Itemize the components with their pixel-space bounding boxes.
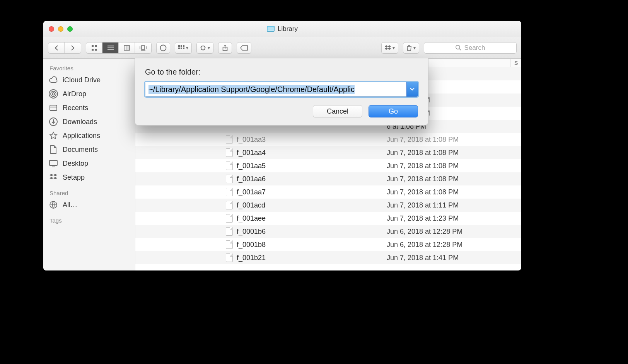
- path-input[interactable]: [145, 82, 406, 97]
- dropbox-menu-button[interactable]: ▾: [381, 42, 398, 54]
- sidebar-section-favorites: Favorites: [43, 63, 135, 73]
- list-view-button[interactable]: [102, 43, 119, 53]
- file-icon: [226, 227, 233, 236]
- svg-marker-38: [53, 174, 57, 176]
- table-row[interactable]: f_001aa7Jun 7, 2018 at 1:08 PM: [135, 185, 521, 199]
- column-size[interactable]: S: [510, 59, 521, 67]
- svg-marker-23: [385, 45, 388, 48]
- icon-view-button[interactable]: [86, 43, 102, 53]
- file-name: f_001acd: [237, 201, 265, 209]
- nav-buttons: [48, 42, 81, 54]
- sidebar-item-documents[interactable]: Documents: [43, 143, 135, 156]
- svg-point-27: [456, 45, 460, 49]
- sidebar-item-label: Documents: [63, 146, 98, 154]
- toolbar: ▾ ▾ ▾ ▾ Search: [43, 37, 521, 59]
- svg-marker-25: [385, 48, 388, 50]
- svg-rect-10: [142, 46, 145, 49]
- go-button[interactable]: Go: [369, 105, 418, 117]
- trash-menu-button[interactable]: ▾: [403, 42, 419, 54]
- sidebar-item-setapp[interactable]: Setapp: [43, 170, 135, 184]
- table-row[interactable]: f_001aa3Jun 7, 2018 at 1:08 PM: [135, 133, 521, 146]
- chevron-down-icon: ▾: [208, 45, 210, 51]
- table-row[interactable]: f_0001b6Jun 6, 2018 at 12:28 PM: [135, 225, 521, 238]
- file-name: f_0001b6: [237, 228, 266, 236]
- tags-button[interactable]: [237, 42, 251, 54]
- file-name: f_001aa4: [237, 149, 266, 157]
- go-to-folder-sheet: Go to the folder: Cancel Go: [135, 58, 428, 126]
- sidebar-item-recents[interactable]: Recents: [43, 101, 135, 115]
- table-row[interactable]: f_0001b8Jun 6, 2018 at 12:28 PM: [135, 238, 521, 251]
- file-icon: [226, 240, 233, 249]
- zoom-window-button[interactable]: [67, 26, 73, 32]
- sidebar: Favorites iCloud DriveAirDropRecentsDown…: [43, 59, 135, 270]
- table-row[interactable]: f_001b21Jun 7, 2018 at 1:41 PM: [135, 251, 521, 264]
- table-row[interactable]: f_001aa5Jun 7, 2018 at 1:08 PM: [135, 159, 521, 172]
- sidebar-item-downloads[interactable]: Downloads: [43, 115, 135, 129]
- sidebar-item-icloud-drive[interactable]: iCloud Drive: [43, 73, 135, 87]
- close-window-button[interactable]: [49, 26, 54, 32]
- file-name: f_001aa7: [237, 188, 266, 196]
- file-date: Jun 6, 2018 at 12:28 PM: [387, 228, 510, 236]
- table-row[interactable]: f_001aa6Jun 7, 2018 at 1:08 PM: [135, 172, 521, 185]
- applications-icon: [49, 131, 58, 140]
- file-icon: [226, 148, 233, 157]
- table-row[interactable]: f_001aeeJun 7, 2018 at 1:23 PM: [135, 212, 521, 225]
- titlebar: Library: [43, 21, 521, 37]
- chevron-down-icon: [410, 88, 415, 91]
- minimize-window-button[interactable]: [58, 26, 63, 32]
- file-icon: [226, 162, 233, 170]
- arrange-menu-button[interactable]: ▾: [175, 42, 192, 54]
- sidebar-item-label: Desktop: [63, 160, 88, 168]
- get-info-button[interactable]: [156, 42, 170, 54]
- svg-rect-1: [95, 45, 97, 47]
- sidebar-section-tags: Tags: [43, 215, 135, 225]
- sidebar-item-label: Setapp: [63, 173, 85, 182]
- table-row[interactable]: f_001acdJun 7, 2018 at 1:11 PM: [135, 199, 521, 212]
- svg-marker-26: [388, 48, 391, 50]
- finder-window: Library: [43, 21, 521, 270]
- file-name: f_001aee: [237, 214, 266, 223]
- downloads-icon: [49, 117, 58, 126]
- file-icon: [226, 188, 233, 196]
- svg-rect-7: [124, 46, 130, 50]
- svg-point-29: [52, 93, 55, 95]
- back-button[interactable]: [48, 43, 65, 53]
- path-history-toggle[interactable]: [406, 82, 418, 97]
- desktop-icon: [49, 159, 58, 168]
- svg-rect-3: [95, 49, 97, 51]
- svg-rect-2: [92, 49, 94, 51]
- svg-marker-39: [49, 177, 53, 179]
- svg-rect-35: [49, 160, 57, 165]
- gallery-view-button[interactable]: [135, 43, 151, 53]
- forward-button[interactable]: [65, 43, 81, 53]
- sidebar-item-applications[interactable]: Applications: [43, 129, 135, 143]
- svg-rect-17: [183, 45, 184, 47]
- svg-marker-24: [388, 45, 391, 48]
- file-icon: [226, 253, 233, 262]
- cancel-button[interactable]: Cancel: [313, 105, 362, 117]
- sidebar-item-all-shared[interactable]: All…: [43, 198, 135, 212]
- search-placeholder: Search: [464, 44, 485, 52]
- file-date: Jun 6, 2018 at 12:28 PM: [387, 241, 510, 249]
- go-to-folder-label: Go to the folder:: [145, 68, 418, 77]
- chevron-down-icon: ▾: [413, 45, 416, 51]
- file-icon: [226, 175, 233, 183]
- sidebar-item-desktop[interactable]: Desktop: [43, 156, 135, 170]
- svg-rect-16: [181, 45, 182, 47]
- file-date: Jun 7, 2018 at 1:08 PM: [387, 188, 510, 196]
- cloud-icon: [49, 75, 58, 85]
- file-name: f_001aa5: [237, 162, 266, 170]
- sidebar-item-label: Recents: [63, 104, 88, 112]
- airdrop-icon: [49, 89, 58, 99]
- chevron-down-icon: ▾: [186, 45, 188, 51]
- sidebar-item-airdrop[interactable]: AirDrop: [43, 87, 135, 101]
- sidebar-section-shared: Shared: [43, 187, 135, 198]
- table-row[interactable]: f_001aa4Jun 7, 2018 at 1:08 PM: [135, 146, 521, 159]
- file-date: Jun 7, 2018 at 1:41 PM: [387, 254, 510, 262]
- sidebar-item-label: All…: [63, 201, 77, 209]
- action-menu-button[interactable]: ▾: [196, 42, 213, 54]
- search-field[interactable]: Search: [424, 42, 517, 54]
- svg-rect-0: [92, 45, 94, 47]
- column-view-button[interactable]: [119, 43, 135, 53]
- share-button[interactable]: [218, 42, 232, 54]
